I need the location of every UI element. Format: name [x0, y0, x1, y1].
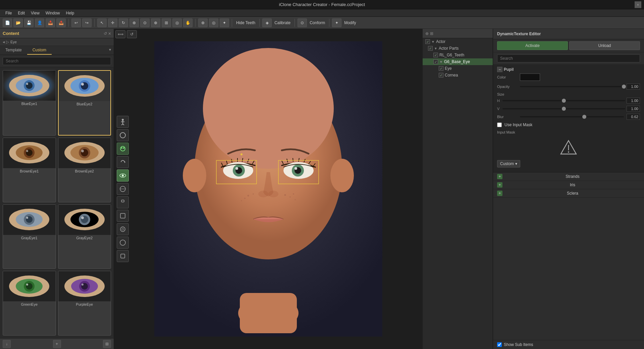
list-item[interactable]: BrownEye1 — [3, 138, 56, 202]
add-actor-button[interactable]: 👤 — [35, 18, 44, 27]
camera-button[interactable]: ⊙ — [140, 18, 150, 27]
strands-plus[interactable]: + — [497, 174, 502, 179]
menu-item-help[interactable]: Help — [63, 10, 77, 16]
tree-item-actor-parts[interactable]: ▼ Actor Parts — [423, 45, 493, 52]
hide-teeth-label[interactable]: Hide Teeth — [235, 20, 257, 25]
teeth-checkbox[interactable] — [433, 53, 438, 57]
blur-thumb[interactable] — [582, 115, 586, 119]
tree-item-actor[interactable]: ▼ Actor — [423, 38, 493, 45]
morph-button[interactable]: ◎ — [209, 18, 218, 27]
tree-item-teeth[interactable]: RL_G6_Teeth — [423, 52, 493, 58]
side-icon-rotate[interactable] — [117, 156, 129, 168]
redo-button[interactable]: ↪ — [82, 18, 92, 27]
tree-item-base-eye[interactable]: ▼ G6_Base_Eye — [423, 58, 493, 65]
panel-refresh-icon[interactable]: ↺ — [104, 31, 107, 36]
iris-layer[interactable]: + Iris — [493, 181, 644, 189]
open-button[interactable]: 📂 — [13, 18, 23, 27]
side-icon-mouth[interactable] — [117, 210, 129, 222]
fit-view-button[interactable]: ⊞ — [103, 340, 111, 348]
cornea-checkbox[interactable] — [439, 73, 443, 78]
sclera-layer[interactable]: + Sclera — [493, 189, 644, 198]
pupil-collapse-btn[interactable]: – — [497, 67, 502, 72]
menu-item-edit[interactable]: Edit — [15, 10, 28, 16]
blur-slider[interactable] — [520, 116, 624, 117]
unload-button[interactable]: Unload — [569, 41, 640, 50]
swap-view-button[interactable]: ⟺ — [115, 30, 125, 38]
tab-template[interactable]: Template — [0, 46, 27, 55]
list-item[interactable]: BlueEye2 — [58, 70, 111, 136]
size-v-slider[interactable] — [502, 108, 625, 109]
iris-plus[interactable]: + — [497, 182, 502, 188]
blur-value[interactable] — [627, 114, 640, 120]
side-icon-brow[interactable] — [117, 183, 129, 195]
grid-button[interactable]: ⊞ — [162, 18, 171, 27]
size-h-value[interactable] — [627, 98, 640, 104]
modify-label[interactable]: Modify — [343, 20, 357, 25]
breadcrumb-back[interactable]: ◂ — [3, 40, 5, 44]
tab-expand-icon[interactable]: ▾ — [106, 46, 114, 55]
opacity-thumb[interactable] — [622, 85, 626, 89]
size-v-value[interactable] — [627, 106, 640, 112]
list-item[interactable]: GrayEye2 — [58, 204, 111, 269]
view-button[interactable]: ⊕ — [151, 18, 160, 27]
strands-layer[interactable]: + Strands — [493, 172, 644, 181]
side-icon-body[interactable] — [117, 116, 129, 128]
side-icon-accessory[interactable] — [117, 223, 129, 235]
list-item[interactable]: GreenEye — [3, 271, 56, 336]
search-input[interactable] — [3, 57, 111, 65]
activate-button[interactable]: Activate — [497, 41, 568, 50]
calibrate-icon[interactable]: ◈ — [262, 18, 272, 27]
fit-button[interactable]: ⊕ — [129, 18, 139, 27]
side-icon-figure[interactable] — [117, 196, 129, 208]
dte-search-input[interactable] — [497, 54, 640, 62]
list-item[interactable]: GrayEye1 — [3, 204, 56, 269]
actor-expand[interactable]: ▼ — [431, 40, 435, 44]
select-button[interactable]: ↖ — [97, 18, 107, 27]
size-h-slider[interactable] — [502, 100, 625, 101]
use-input-mask-checkbox[interactable] — [497, 122, 502, 127]
sclera-plus[interactable]: + — [497, 191, 502, 196]
actor-checkbox[interactable] — [425, 39, 430, 44]
move-button[interactable]: ✛ — [108, 18, 117, 27]
tree-icon-2[interactable]: ⊞ — [430, 31, 433, 36]
tree-item-cornea[interactable]: Cornea — [423, 72, 493, 79]
list-item[interactable]: BrownEye2 — [58, 138, 111, 202]
modify-icon[interactable]: ✦ — [332, 18, 341, 27]
base-eye-checkbox[interactable] — [433, 59, 438, 64]
save-button[interactable]: 💾 — [24, 18, 34, 27]
actor-parts-checkbox[interactable] — [428, 46, 433, 51]
new-button[interactable]: 📄 — [3, 18, 12, 27]
list-item[interactable]: PurpleEye — [58, 271, 111, 336]
custom-dropdown-btn[interactable]: Custom ▾ — [497, 160, 520, 167]
scroll-down-button[interactable]: ↓ — [3, 340, 11, 348]
side-icon-extra[interactable] — [117, 250, 129, 262]
side-icon-ear[interactable] — [117, 237, 129, 249]
size-h-thumb[interactable] — [562, 99, 566, 103]
pose-button[interactable]: ⊕ — [198, 18, 208, 27]
panel-close-icon[interactable]: × — [108, 31, 111, 36]
menu-item-window[interactable]: Window — [43, 10, 63, 16]
undo-button[interactable]: ↩ — [71, 18, 81, 27]
side-icon-eye[interactable] — [117, 169, 129, 182]
menu-item-file[interactable]: File — [3, 10, 14, 16]
color-swatch[interactable] — [520, 73, 540, 81]
pan-button[interactable]: ✋ — [183, 18, 193, 27]
rotate-button[interactable]: ↻ — [119, 18, 128, 27]
actor-parts-expand[interactable]: ▼ — [434, 47, 437, 50]
conform-icon[interactable]: ⊙ — [298, 18, 307, 27]
orbit-button[interactable]: ◎ — [172, 18, 182, 27]
export-button[interactable]: 📤 — [56, 18, 66, 27]
side-icon-head[interactable] — [117, 129, 129, 141]
import-button[interactable]: 📥 — [46, 18, 55, 27]
tab-custom[interactable]: Custom — [27, 46, 52, 55]
tree-item-eye[interactable]: Eye — [423, 65, 493, 72]
side-icon-face-rotate[interactable] — [117, 143, 129, 155]
show-sub-checkbox[interactable] — [497, 342, 502, 347]
opacity-value[interactable] — [627, 84, 640, 90]
opacity-slider[interactable] — [520, 86, 624, 87]
tree-icon-1[interactable]: ⊕ — [425, 31, 429, 36]
close-button[interactable]: × — [635, 1, 641, 8]
size-v-thumb[interactable] — [562, 107, 566, 111]
eye-checkbox[interactable] — [439, 66, 443, 71]
add-item-button[interactable]: + — [53, 340, 61, 348]
